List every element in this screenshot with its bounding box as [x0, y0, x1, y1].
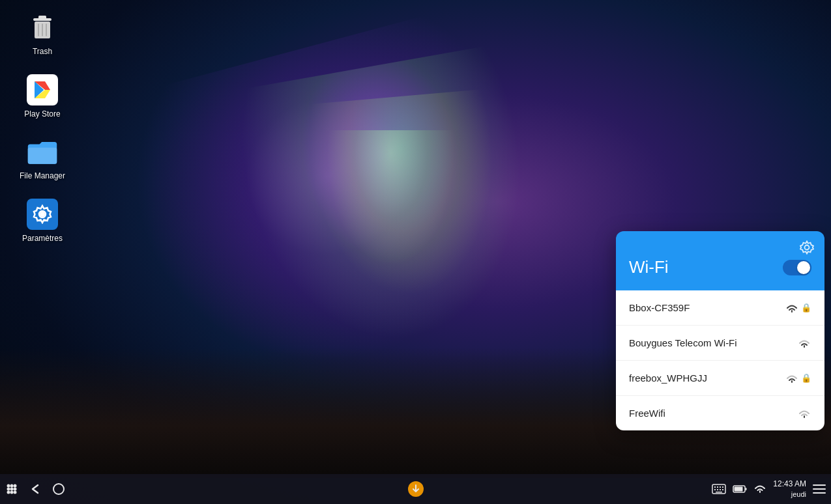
parametres-icon-image — [27, 199, 58, 230]
filemanager-icon-image — [27, 136, 58, 167]
svg-point-11 — [7, 484, 10, 488]
desktop: Trash Play Store — [0, 0, 831, 504]
playstore-label: Play Store — [24, 109, 60, 120]
wifi-taskbar-icon[interactable] — [753, 484, 766, 494]
wifi-networks-list: Bbox-CF359F 🔒 Bouygues Telecom Wi-Fi — [616, 290, 824, 430]
svg-rect-36 — [813, 488, 826, 490]
wifi-network-bbox[interactable]: Bbox-CF359F 🔒 — [616, 290, 824, 326]
svg-rect-34 — [746, 488, 747, 490]
svg-rect-7 — [28, 148, 57, 164]
wifi-network-name-freewifi: FreeWifi — [629, 408, 665, 419]
svg-point-14 — [7, 488, 10, 491]
taskbar-right: 12:43 AM jeudi — [712, 479, 826, 499]
clock-day: jeudi — [773, 490, 806, 499]
svg-rect-31 — [716, 492, 722, 493]
taskbar: 12:43 AM jeudi — [0, 474, 831, 504]
svg-rect-23 — [714, 486, 716, 488]
download-button[interactable] — [407, 481, 424, 497]
trash-label: Trash — [33, 47, 52, 57]
playstore-icon[interactable]: Play Store — [13, 69, 72, 125]
keyboard-icon[interactable] — [712, 484, 726, 494]
desktop-icons: Trash Play Store — [13, 7, 72, 249]
taskbar-left — [5, 483, 65, 496]
parametres-icon[interactable]: Paramètres — [13, 193, 72, 249]
battery-icon[interactable] — [733, 484, 747, 494]
wifi-signal-bouygues — [797, 338, 811, 348]
back-button[interactable] — [29, 483, 42, 496]
filemanager-label: File Manager — [20, 171, 65, 182]
svg-point-12 — [10, 484, 14, 488]
filemanager-icon[interactable]: File Manager — [13, 131, 72, 187]
svg-point-20 — [53, 484, 64, 494]
wifi-network-bouygues[interactable]: Bouygues Telecom Wi-Fi — [616, 326, 824, 361]
trash-icon-image — [27, 12, 58, 43]
wifi-settings-icon[interactable] — [800, 240, 814, 258]
wifi-network-name-bouygues: Bouygues Telecom Wi-Fi — [629, 337, 737, 348]
playstore-icon-image — [27, 74, 58, 105]
svg-rect-28 — [717, 489, 718, 490]
svg-rect-35 — [813, 484, 826, 486]
svg-point-16 — [14, 488, 17, 491]
wifi-signal-freewifi — [797, 408, 811, 419]
wifi-title: Wi-Fi — [629, 257, 669, 277]
menu-icon[interactable] — [813, 484, 826, 494]
svg-point-19 — [14, 491, 17, 494]
svg-rect-33 — [735, 487, 743, 492]
wifi-panel: Wi-Fi Bbox-CF359F 🔒 — [616, 231, 824, 430]
svg-rect-37 — [813, 492, 826, 494]
svg-point-18 — [10, 491, 14, 494]
trash-icon[interactable]: Trash — [13, 7, 72, 63]
wifi-signal-bbox: 🔒 — [785, 303, 811, 313]
wifi-toggle-knob — [797, 261, 810, 274]
home-button[interactable] — [52, 483, 65, 496]
svg-point-17 — [7, 491, 10, 494]
wifi-signal-freebox: 🔒 — [785, 373, 811, 384]
svg-rect-1 — [38, 16, 46, 19]
parametres-label: Paramètres — [22, 234, 63, 244]
svg-rect-26 — [722, 486, 723, 488]
svg-rect-24 — [717, 486, 718, 488]
svg-point-10 — [805, 245, 809, 250]
apps-icon[interactable] — [5, 483, 18, 496]
svg-rect-30 — [722, 489, 723, 490]
svg-rect-25 — [720, 486, 721, 488]
svg-point-15 — [10, 488, 14, 491]
taskbar-center — [407, 481, 424, 497]
wifi-network-freewifi[interactable]: FreeWifi — [616, 396, 824, 430]
wifi-network-name-freebox: freebox_WPHGJJ — [629, 372, 707, 384]
wifi-network-name-bbox: Bbox-CF359F — [629, 302, 690, 313]
wifi-header: Wi-Fi — [616, 231, 824, 290]
svg-rect-29 — [720, 489, 721, 490]
clock-time: 12:43 AM — [773, 479, 806, 490]
svg-point-13 — [14, 484, 17, 488]
time-display: 12:43 AM jeudi — [773, 479, 806, 499]
wifi-toggle[interactable] — [783, 260, 811, 275]
svg-rect-27 — [714, 489, 716, 490]
wifi-network-freebox[interactable]: freebox_WPHGJJ 🔒 — [616, 361, 824, 396]
